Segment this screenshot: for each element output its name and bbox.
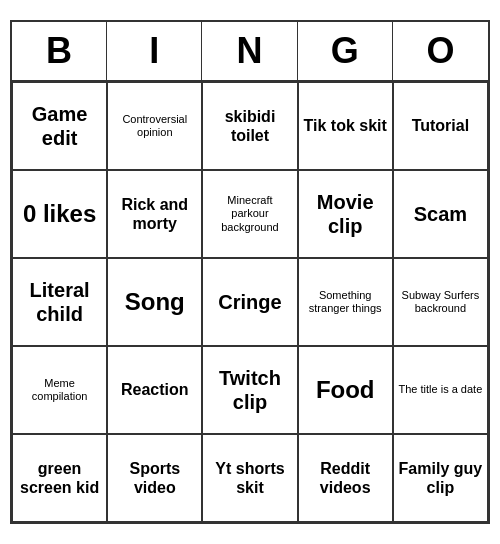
- bingo-cell-r3-c3: Food: [298, 346, 393, 434]
- bingo-cell-r3-c4: The title is a date: [393, 346, 488, 434]
- bingo-cell-r4-c1: Sports video: [107, 434, 202, 522]
- header-letter-O: O: [393, 22, 488, 80]
- bingo-cell-r0-c2: skibidi toilet: [202, 82, 297, 170]
- bingo-cell-r4-c3: Reddit videos: [298, 434, 393, 522]
- bingo-cell-r0-c3: Tik tok skit: [298, 82, 393, 170]
- bingo-cell-r1-c3: Movie clip: [298, 170, 393, 258]
- bingo-cell-r2-c3: Something stranger things: [298, 258, 393, 346]
- bingo-card: BINGO Game editControversial opinionskib…: [10, 20, 490, 524]
- bingo-cell-r0-c1: Controversial opinion: [107, 82, 202, 170]
- bingo-cell-r2-c2: Cringe: [202, 258, 297, 346]
- bingo-grid: Game editControversial opinionskibidi to…: [12, 82, 488, 522]
- header-letter-I: I: [107, 22, 202, 80]
- bingo-cell-r1-c2: Minecraft parkour background: [202, 170, 297, 258]
- bingo-cell-r1-c0: 0 likes: [12, 170, 107, 258]
- header-letter-B: B: [12, 22, 107, 80]
- bingo-header: BINGO: [12, 22, 488, 82]
- header-letter-N: N: [202, 22, 297, 80]
- bingo-cell-r2-c4: Subway Surfers backround: [393, 258, 488, 346]
- bingo-cell-r3-c0: Meme compilation: [12, 346, 107, 434]
- bingo-cell-r4-c2: Yt shorts skit: [202, 434, 297, 522]
- bingo-cell-r1-c4: Scam: [393, 170, 488, 258]
- bingo-cell-r1-c1: Rick and morty: [107, 170, 202, 258]
- bingo-cell-r0-c4: Tutorial: [393, 82, 488, 170]
- bingo-cell-r3-c2: Twitch clip: [202, 346, 297, 434]
- header-letter-G: G: [298, 22, 393, 80]
- bingo-cell-r4-c0: green screen kid: [12, 434, 107, 522]
- bingo-cell-r0-c0: Game edit: [12, 82, 107, 170]
- bingo-cell-r2-c0: Literal child: [12, 258, 107, 346]
- bingo-cell-r2-c1: Song: [107, 258, 202, 346]
- bingo-cell-r4-c4: Family guy clip: [393, 434, 488, 522]
- bingo-cell-r3-c1: Reaction: [107, 346, 202, 434]
